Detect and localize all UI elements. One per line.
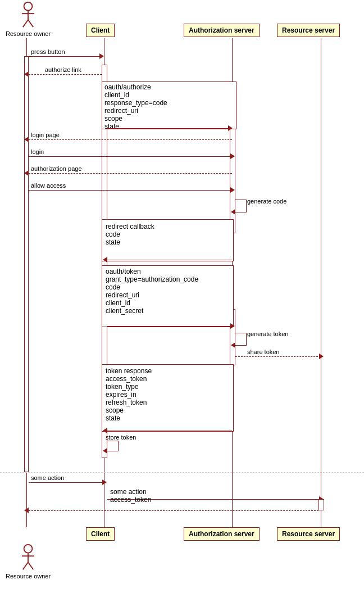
some-action-arrow bbox=[102, 479, 107, 485]
redirect-line bbox=[107, 260, 232, 260]
authorize-link-label: authorize link bbox=[45, 66, 81, 73]
some-action-line bbox=[29, 482, 104, 483]
press-button-arrow bbox=[99, 53, 104, 59]
svg-line-3 bbox=[23, 20, 28, 27]
gen-code-arrowhead bbox=[231, 209, 235, 215]
rs-response-line bbox=[29, 510, 319, 511]
token-response-line bbox=[107, 431, 232, 431]
login-page-line bbox=[29, 139, 232, 140]
login-arrow bbox=[230, 153, 235, 159]
auth-page-arrow bbox=[24, 170, 29, 176]
some-action-at-params: some action access_token bbox=[110, 488, 151, 504]
svg-line-8 bbox=[23, 562, 28, 569]
gen-token-label: generate token bbox=[247, 331, 288, 337]
store-token-label: store token bbox=[106, 434, 136, 441]
gen-code-bottom bbox=[235, 212, 247, 212]
auth-page-label: authorization page bbox=[31, 165, 82, 172]
oauth-token-arrowhead bbox=[230, 323, 235, 329]
svg-point-0 bbox=[24, 2, 33, 11]
share-token-label: share token bbox=[247, 348, 279, 355]
bottom-resource-owner: Resource owner bbox=[6, 544, 51, 580]
oauth-authorize-arrow-line bbox=[107, 128, 230, 129]
auth-server-box-bottom: Authorization server bbox=[184, 527, 260, 541]
bottom-resource-owner-label: Resource owner bbox=[6, 573, 51, 580]
auth-server-activation-1 bbox=[230, 121, 235, 233]
gen-code-top bbox=[235, 200, 247, 200]
store-token-arrowhead bbox=[103, 448, 107, 454]
auth-server-box-top: Authorization server bbox=[184, 24, 260, 37]
store-token-right bbox=[118, 441, 119, 451]
login-page-arrow bbox=[24, 137, 29, 142]
authorize-link-arrow bbox=[24, 71, 29, 77]
gen-token-top bbox=[235, 333, 247, 333]
sequence-diagram: Resource owner Client Authorization serv… bbox=[0, 0, 364, 593]
resource-server-lifeline bbox=[321, 38, 321, 527]
share-token-line bbox=[235, 356, 321, 357]
gen-token-arrowhead bbox=[231, 342, 235, 348]
separator bbox=[0, 472, 364, 473]
gen-token-right bbox=[246, 333, 247, 345]
oauth-token-arrow-line bbox=[107, 326, 232, 327]
gen-code-label: generate code bbox=[247, 198, 286, 205]
client-box-top: Client bbox=[86, 24, 115, 37]
some-action-label: some action bbox=[31, 474, 64, 481]
top-resource-owner: Resource owner bbox=[6, 1, 51, 37]
oauth-authorize-params: oauth/authorize client_id response_type=… bbox=[104, 83, 167, 130]
rs-response-arrowhead bbox=[24, 508, 29, 513]
press-button-label: press button bbox=[31, 48, 65, 55]
store-token-top bbox=[107, 441, 119, 441]
allow-access-arrow bbox=[230, 187, 235, 193]
svg-point-5 bbox=[24, 545, 33, 553]
auth-page-line bbox=[29, 173, 232, 174]
store-token-bottom bbox=[107, 451, 119, 451]
resource-server-activation bbox=[319, 499, 324, 510]
oauth-token-params: oauth/token grant_type=authorization_cod… bbox=[106, 268, 198, 315]
gen-code-right bbox=[246, 200, 247, 212]
gen-token-bottom bbox=[235, 345, 247, 346]
resource-server-box-bottom: Resource server bbox=[277, 527, 340, 541]
login-label: login bbox=[31, 148, 44, 155]
resource-owner-activation bbox=[24, 56, 29, 472]
token-response-params: token response access_token token_type e… bbox=[106, 367, 152, 422]
redirect-callback-params: redirect callback code state bbox=[106, 223, 154, 246]
oauth-authorize-arrowhead bbox=[228, 125, 233, 131]
authorize-link-line bbox=[29, 74, 102, 75]
allow-access-line bbox=[29, 190, 232, 191]
login-page-label: login page bbox=[31, 132, 60, 138]
allow-access-label: allow access bbox=[31, 182, 66, 189]
resource-server-box-top: Resource server bbox=[277, 24, 340, 37]
svg-line-9 bbox=[28, 562, 33, 569]
press-button-line bbox=[29, 56, 102, 57]
svg-line-4 bbox=[28, 20, 33, 27]
share-token-arrow bbox=[319, 354, 324, 359]
redirect-arrowhead bbox=[103, 257, 107, 262]
login-line bbox=[29, 156, 232, 157]
top-resource-owner-label: Resource owner bbox=[6, 30, 51, 37]
client-box-bottom: Client bbox=[86, 527, 115, 541]
token-response-arrowhead bbox=[103, 428, 107, 433]
